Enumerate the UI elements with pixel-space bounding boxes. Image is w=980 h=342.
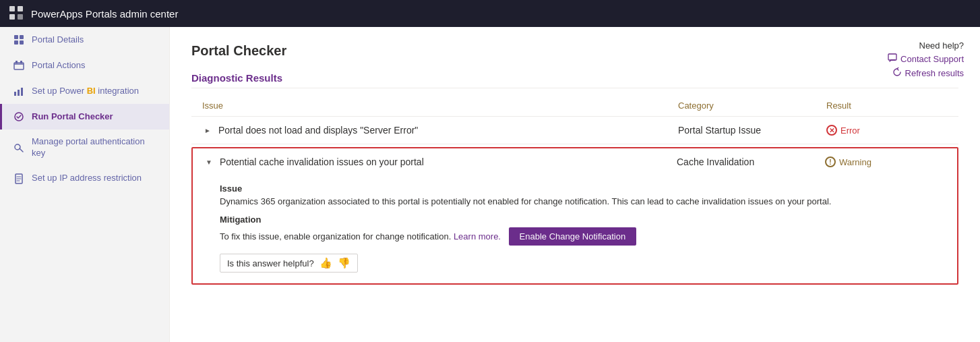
contact-support-label: Contact Support: [900, 54, 964, 64]
svg-rect-7: [20, 40, 24, 45]
svg-rect-12: [18, 90, 20, 96]
col-result: Result: [826, 101, 948, 111]
refresh-icon: [892, 67, 902, 79]
portal-icon: [13, 59, 25, 72]
thumbs-up-icon[interactable]: 👍: [319, 257, 332, 269]
message-icon: [888, 53, 897, 65]
refresh-results-link[interactable]: Refresh results: [892, 67, 964, 79]
table-row: ► Portal does not load and displays "Ser…: [191, 117, 958, 144]
helpful-row: Is this answer helpful? 👍 👎: [220, 254, 946, 273]
app-title: PowerApps Portals admin center: [31, 8, 178, 20]
mitigation-text-content: To fix this issue, enable organization f…: [220, 231, 451, 241]
sidebar-item-portal-actions-label: Portal Actions: [32, 60, 86, 72]
doc-icon: [13, 173, 25, 185]
chart-icon: [13, 85, 25, 97]
diagnostic-results-section: Diagnostic Results Issue Category Result…: [191, 72, 958, 285]
main-content: Portal Checker Need help? Contact Suppor…: [170, 27, 980, 342]
warning-icon: !: [825, 156, 836, 167]
sidebar-item-power-bi-label: Set up Power BI integration: [32, 86, 139, 97]
row-category: Portal Startup Issue: [678, 125, 826, 136]
svg-rect-5: [20, 35, 24, 39]
svg-rect-10: [20, 61, 22, 63]
row-issue-text: Portal does not load and displays "Serve…: [218, 125, 418, 136]
row-result-error: ✕ Error: [826, 125, 948, 136]
expand-chevron-icon[interactable]: ►: [202, 125, 213, 136]
sidebar-item-ip-restriction-label: Set up IP address restriction: [32, 173, 142, 184]
expanded-issue-text: Potential cache invalidation issues on y…: [220, 156, 424, 167]
sidebar-item-portal-details-label: Portal Details: [32, 34, 84, 46]
learn-more-link[interactable]: Learn more.: [454, 231, 501, 241]
issue-section-label: Issue: [220, 183, 946, 194]
svg-rect-13: [21, 88, 23, 96]
grid-icon: [13, 34, 25, 46]
col-issue: Issue: [202, 101, 678, 111]
topbar: PowerApps Portals admin center: [0, 0, 980, 27]
section-title: Diagnostic Results: [191, 72, 958, 88]
svg-rect-4: [14, 35, 18, 39]
svg-rect-17: [888, 54, 896, 60]
contact-support-link[interactable]: Contact Support: [888, 53, 964, 65]
helpful-box: Is this answer helpful? 👍 👎: [220, 254, 358, 273]
svg-rect-1: [18, 6, 23, 11]
thumbs-down-icon[interactable]: 👎: [338, 257, 350, 269]
sidebar-item-ip-restriction[interactable]: Set up IP address restriction: [0, 166, 169, 192]
check-icon: [13, 111, 25, 123]
row-issue-cell: ► Portal does not load and displays "Ser…: [202, 125, 678, 136]
col-category: Category: [678, 101, 826, 111]
sidebar-item-manage-auth[interactable]: Manage portal authentication key: [0, 130, 169, 166]
expanded-result-warning: ! Warning: [825, 156, 946, 167]
expanded-row: ▼ Potential cache invalidation issues on…: [191, 147, 958, 285]
refresh-results-label: Refresh results: [905, 68, 964, 78]
row-result-label: Error: [840, 125, 860, 136]
mitigation-section-label: Mitigation: [220, 215, 946, 225]
svg-rect-2: [9, 14, 15, 20]
key-icon: [13, 142, 25, 154]
expanded-details: Issue Dynamics 365 organization associat…: [193, 175, 957, 283]
need-help-text: Need help?: [919, 40, 964, 51]
expanded-result-label: Warning: [839, 157, 871, 167]
app-logo-icon: [8, 5, 24, 23]
expanded-issue-cell: ▼ Potential cache invalidation issues on…: [204, 156, 677, 167]
enable-change-notification-button[interactable]: Enable Change Notification: [509, 227, 637, 246]
sidebar-item-power-bi[interactable]: Set up Power BI integration: [0, 78, 169, 104]
expanded-row-header: ▼ Potential cache invalidation issues on…: [193, 148, 957, 175]
sidebar: Portal Details Portal Actions Set up Pow…: [0, 27, 170, 342]
error-icon: ✕: [826, 125, 837, 136]
issue-description: Dynamics 365 organization associated to …: [220, 196, 946, 206]
svg-rect-0: [9, 6, 15, 11]
svg-rect-9: [16, 61, 18, 63]
top-right-actions: Need help? Contact Support Refresh resul…: [888, 40, 964, 79]
expanded-category: Cache Invalidation: [677, 156, 825, 167]
collapse-chevron-icon[interactable]: ▼: [204, 156, 214, 167]
sidebar-item-portal-actions[interactable]: Portal Actions: [0, 53, 169, 78]
sidebar-item-run-portal-checker-label: Run Portal Checker: [32, 111, 113, 123]
sidebar-item-run-portal-checker[interactable]: Run Portal Checker: [0, 104, 169, 130]
mitigation-description: To fix this issue, enable organization f…: [220, 227, 946, 246]
table-header: Issue Category Result: [191, 95, 958, 117]
svg-rect-6: [14, 40, 18, 45]
sidebar-item-manage-auth-label: Manage portal authentication key: [32, 136, 158, 159]
svg-rect-3: [18, 14, 23, 20]
main-layout: Portal Details Portal Actions Set up Pow…: [0, 27, 980, 342]
sidebar-item-portal-details[interactable]: Portal Details: [0, 27, 169, 53]
helpful-text: Is this answer helpful?: [227, 258, 314, 268]
svg-rect-11: [14, 92, 16, 96]
page-title: Portal Checker: [191, 43, 958, 59]
